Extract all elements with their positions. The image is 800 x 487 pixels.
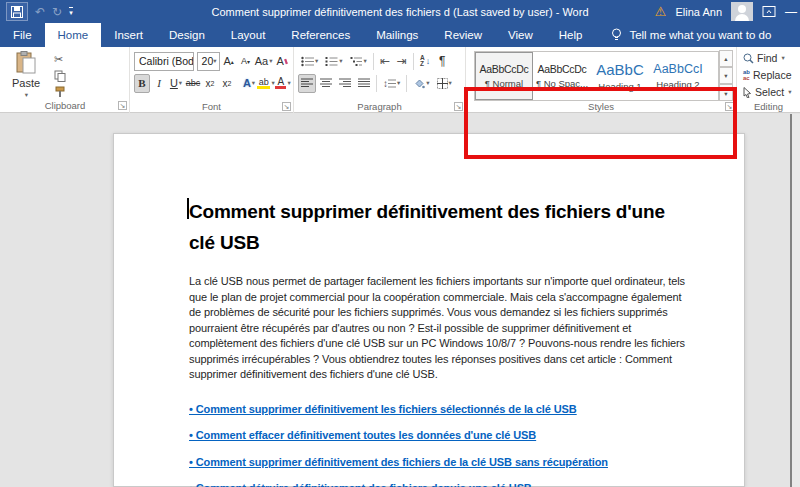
tab-mailings[interactable]: Mailings xyxy=(363,23,431,47)
align-right-button[interactable] xyxy=(336,74,354,93)
line-spacing-button[interactable]: ↕ ▾ xyxy=(380,74,403,93)
show-formatting-button[interactable]: ¶ xyxy=(434,52,450,71)
group-paragraph: ▾ ▾ ▾ ⇤ ⇥ AZ ↓ ¶ xyxy=(294,47,466,113)
select-button[interactable]: Select ▾ xyxy=(743,84,797,100)
warning-icon[interactable]: ⚠ xyxy=(655,5,667,18)
select-label: Select xyxy=(755,86,784,98)
text-effects-dropdown-icon: ▾ xyxy=(252,79,255,87)
superscript-button[interactable]: x2 xyxy=(219,74,235,93)
font-name-select[interactable]: Calibri (Body) ▾ xyxy=(134,52,194,71)
font-dialog-launcher[interactable]: ↘ xyxy=(282,102,291,111)
bullets-button[interactable]: ▾ xyxy=(298,52,321,71)
paragraph-dialog-launcher[interactable]: ↘ xyxy=(454,102,463,111)
align-center-button[interactable] xyxy=(317,74,335,93)
font-size-dropdown-icon: ▾ xyxy=(213,57,216,65)
font-size-select[interactable]: 20 ▾ xyxy=(197,52,220,71)
align-right-icon xyxy=(339,78,351,88)
increase-indent-button[interactable]: ⇥ xyxy=(394,52,410,71)
tell-me-label: Tell me what you want to do xyxy=(629,29,771,41)
style-normal[interactable]: AaBbCcDc ¶ Normal xyxy=(475,52,533,100)
avatar[interactable] xyxy=(731,2,753,21)
account-name[interactable]: Elina Ann xyxy=(676,6,722,18)
ribbon-display-options-icon[interactable] xyxy=(762,6,776,17)
link-destroy-files[interactable]: • Comment détruire définitivement des fi… xyxy=(189,482,744,487)
link-delete-selected-files[interactable]: • Comment supprimer définitivement les f… xyxy=(189,403,744,415)
change-case-button[interactable]: Aa ▾ xyxy=(255,52,273,71)
tab-home[interactable]: Home xyxy=(45,23,102,47)
tab-help[interactable]: Help xyxy=(546,23,596,47)
style-heading2[interactable]: AaBbCcI Heading 2 xyxy=(649,52,707,100)
borders-button[interactable]: ▾ xyxy=(434,74,455,93)
link-erase-all-data[interactable]: • Comment effacer définitivement toutes … xyxy=(189,429,744,441)
justify-button[interactable] xyxy=(355,74,373,93)
replace-button[interactable]: ab ac Replace xyxy=(743,67,797,83)
link-delete-without-recovery[interactable]: • Comment supprimer définitivement des f… xyxy=(189,456,744,468)
page-content: Comment supprimer définitivement des fic… xyxy=(114,134,744,487)
style-heading1[interactable]: AaBbC Heading 1 xyxy=(591,52,649,100)
find-button[interactable]: Find ▾ xyxy=(743,50,797,66)
clipboard-dialog-launcher[interactable]: ↘ xyxy=(118,101,127,110)
tab-insert[interactable]: Insert xyxy=(101,23,156,47)
undo-icon[interactable]: ↶ xyxy=(35,6,45,18)
strikethrough-button[interactable]: abc xyxy=(185,74,201,93)
highlight-color-button[interactable]: ab ▾ xyxy=(258,74,274,93)
customize-qat-icon[interactable]: ▾ xyxy=(69,7,73,16)
body-line: supprimés irrécupérables ? Vous obtiendr… xyxy=(189,352,744,368)
italic-button[interactable]: I xyxy=(151,74,167,93)
font-size-value: 20 xyxy=(202,55,214,67)
multilevel-list-button[interactable]: ▾ xyxy=(347,52,370,71)
multilevel-list-icon xyxy=(350,56,363,67)
tab-layout[interactable]: Layout xyxy=(218,23,279,47)
scrollbar-track[interactable] xyxy=(790,114,800,487)
tab-view[interactable]: View xyxy=(495,23,546,47)
shrink-arrow-icon: ▾ xyxy=(247,58,250,65)
heading-line: clé USB xyxy=(189,227,744,258)
styles-dialog-launcher[interactable]: ↘ xyxy=(725,102,734,111)
borders-dropdown-icon: ▾ xyxy=(449,79,452,87)
paste-button[interactable]: Paste ▾ xyxy=(4,50,48,100)
grow-font-button[interactable]: A▴ xyxy=(221,52,237,71)
paste-dropdown-icon[interactable]: ▾ xyxy=(25,91,28,99)
save-button[interactable] xyxy=(6,2,28,21)
font-color-button[interactable]: A ▾ xyxy=(275,74,291,93)
align-left-icon xyxy=(301,78,313,88)
tab-references[interactable]: References xyxy=(278,23,363,47)
redo-icon[interactable]: ↻ xyxy=(52,6,62,18)
select-dropdown-icon: ▾ xyxy=(788,88,791,96)
change-case-icon: Aa xyxy=(255,55,268,67)
shading-button[interactable]: ▾ xyxy=(410,74,432,93)
text-effects-button[interactable]: A ▾ xyxy=(241,74,257,93)
subscript-button[interactable]: x2 xyxy=(202,74,218,93)
line-spacing-lines-icon xyxy=(388,79,396,88)
copy-button[interactable] xyxy=(54,69,66,82)
clear-formatting-button[interactable]: A xyxy=(274,52,290,71)
styles-scroll-up-button[interactable]: ▴ xyxy=(719,50,733,67)
tab-file[interactable]: File xyxy=(0,23,45,47)
more-arrow-icon: ▾ xyxy=(724,90,727,98)
tab-design[interactable]: Design xyxy=(156,23,218,47)
cut-button[interactable]: ✂ xyxy=(54,53,66,66)
borders-icon xyxy=(437,78,448,89)
numbering-button[interactable]: ▾ xyxy=(322,52,345,71)
style-no-spacing-preview: AaBbCcDc xyxy=(538,63,587,75)
minimize-icon[interactable]: — xyxy=(785,5,797,19)
replace-icon-bottom: ac xyxy=(743,75,750,81)
decrease-indent-button[interactable]: ⇤ xyxy=(377,52,393,71)
document-page[interactable]: Comment supprimer définitivement des fic… xyxy=(113,133,745,487)
align-left-button[interactable] xyxy=(298,74,316,93)
tab-review[interactable]: Review xyxy=(431,23,495,47)
format-painter-button[interactable] xyxy=(54,86,66,99)
justify-icon xyxy=(358,78,370,88)
underline-button[interactable]: U ▾ xyxy=(168,74,184,93)
styles-more-button[interactable]: ▾ xyxy=(719,84,733,101)
style-no-spacing[interactable]: AaBbCcDc ¶ No Spac... xyxy=(533,52,591,100)
paragraph-group-label: Paragraph xyxy=(294,101,465,112)
shrink-font-button[interactable]: A▾ xyxy=(238,52,254,71)
tell-me-box[interactable]: Tell me what you want to do xyxy=(611,23,771,47)
clipboard-group-label: Clipboard xyxy=(0,100,130,111)
scroll-down-icon: ▾ xyxy=(724,72,727,80)
sort-button[interactable]: AZ ↓ xyxy=(417,52,433,71)
bold-button[interactable]: B xyxy=(134,74,150,93)
line-spacing-dropdown-icon: ▾ xyxy=(397,79,400,87)
styles-scroll-down-button[interactable]: ▾ xyxy=(719,67,733,84)
